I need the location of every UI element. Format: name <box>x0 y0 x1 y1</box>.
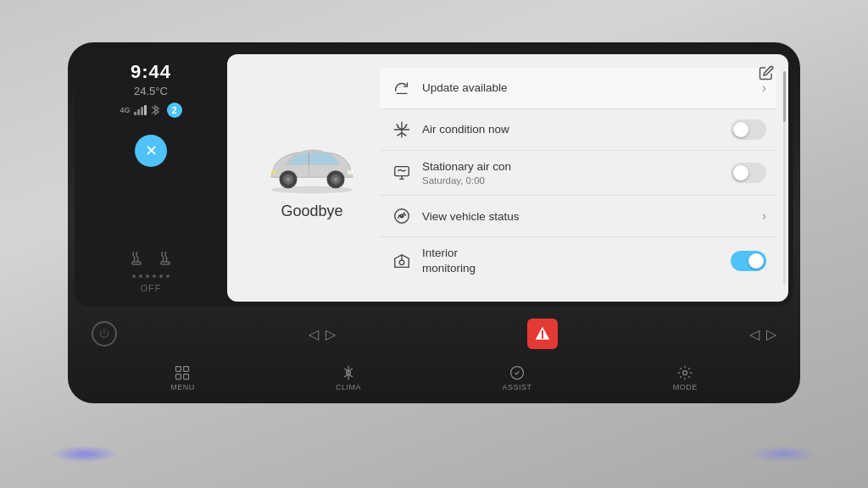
notification-badge: 2 <box>167 103 182 118</box>
svg-point-17 <box>399 260 404 265</box>
dots-row <box>132 274 170 278</box>
nav-mode-button[interactable]: MODE <box>673 364 698 391</box>
menu-nav-label: MENU <box>170 383 195 391</box>
nav-assist-button[interactable]: ASSIST <box>502 364 531 391</box>
main-panel: Goodbye <box>227 54 788 302</box>
car-interior: 9:44 24.5°C 4G <box>0 0 868 488</box>
screen-bezel: 9:44 24.5°C 4G <box>75 49 793 307</box>
status-row: 4G 2 <box>120 103 181 118</box>
assist-nav-icon <box>509 364 526 381</box>
sidebar-top: 9:44 24.5°C 4G <box>83 61 219 118</box>
volume-up-button[interactable]: ▷ <box>326 326 336 342</box>
edit-button[interactable] <box>754 61 778 85</box>
svg-rect-18 <box>176 367 181 372</box>
temp-display: 24.5°C <box>134 85 168 97</box>
pencil-icon <box>759 65 774 80</box>
clima-nav-label: CLIMA <box>336 383 361 391</box>
signal-bar-1 <box>134 112 136 115</box>
power-button[interactable] <box>92 321 117 347</box>
dot-3 <box>146 274 149 278</box>
stationary-air-toggle-switch[interactable] <box>731 163 766 183</box>
air-condition-label: Air condition now <box>422 122 724 137</box>
bottom-controls: ◁ ▷ ◁ ▷ <box>75 310 793 358</box>
menu-item-stationary-air[interactable]: Stationary air con Saturday, 0:00 <box>380 151 776 196</box>
stationary-air-icon <box>390 161 414 185</box>
bottom-nav: MENU CLIMA ASSIST <box>75 359 793 396</box>
sidebar: 9:44 24.5°C 4G <box>75 49 227 307</box>
network-badge: 4G <box>120 106 130 114</box>
svg-rect-10 <box>348 170 353 174</box>
dashboard-surround: 9:44 24.5°C 4G <box>68 42 800 403</box>
ambient-light-right <box>749 446 817 463</box>
update-label: Update available <box>422 80 755 96</box>
volume-down-button[interactable]: ◁ <box>309 326 319 342</box>
interior-monitoring-toggle-switch[interactable] <box>731 251 766 271</box>
interior-monitoring-icon <box>390 249 414 273</box>
signal-bar-2 <box>137 109 140 115</box>
menu-nav-icon <box>174 364 191 381</box>
signal-bar-4 <box>144 105 147 115</box>
volume-buttons: ◁ ▷ <box>309 326 336 342</box>
svg-rect-14 <box>395 167 409 176</box>
toggle-knob-2 <box>733 165 748 180</box>
ambient-light-left <box>51 446 119 463</box>
dot-2 <box>139 274 142 278</box>
dot-4 <box>153 274 156 278</box>
seat-icons-row <box>127 248 175 271</box>
svg-point-6 <box>286 177 290 181</box>
menu-item-air-condition[interactable]: Air condition now <box>380 109 776 151</box>
dot-1 <box>132 274 136 278</box>
svg-rect-21 <box>184 374 189 380</box>
svg-rect-20 <box>176 374 181 380</box>
stationary-air-sublabel: Saturday, 0:00 <box>422 175 724 187</box>
air-condition-icon <box>390 118 414 141</box>
svg-rect-1 <box>161 262 170 264</box>
air-condition-toggle-switch[interactable] <box>731 119 766 140</box>
close-button[interactable]: ✕ <box>135 135 167 167</box>
mode-nav-label: MODE <box>673 383 698 391</box>
stationary-air-label: Stationary air con Saturday, 0:00 <box>422 159 724 186</box>
svg-rect-19 <box>184 367 189 372</box>
stationary-air-toggle[interactable] <box>731 163 766 183</box>
svg-point-2 <box>271 186 353 193</box>
seat-heat-left-icon[interactable] <box>127 248 146 271</box>
svg-rect-11 <box>270 170 276 174</box>
car-image <box>253 136 371 196</box>
nav-menu-button[interactable]: MENU <box>170 364 195 391</box>
dot-6 <box>166 274 170 278</box>
interior-monitoring-label: Interiormonitoring <box>422 246 724 275</box>
svg-rect-0 <box>132 262 141 264</box>
nav-clima-button[interactable]: CLIMA <box>336 364 361 391</box>
hazard-button[interactable] <box>527 319 558 349</box>
signal-bars <box>134 105 147 115</box>
update-icon <box>390 76 414 100</box>
signal-bar-3 <box>141 107 143 115</box>
toggle-knob-3 <box>748 253 764 269</box>
power-icon <box>98 328 110 340</box>
svg-point-24 <box>683 371 687 375</box>
seat-heat-off-label: OFF <box>141 283 162 293</box>
menu-item-update[interactable]: Update available › <box>380 68 776 109</box>
menu-panel: Update available › <box>380 54 788 302</box>
goodbye-section: Goodbye <box>227 54 397 302</box>
assist-nav-label: ASSIST <box>502 383 531 391</box>
menu-item-vehicle-status[interactable]: View vehicle status › <box>380 196 776 237</box>
toggle-knob <box>733 122 748 137</box>
air-condition-toggle[interactable] <box>731 119 766 140</box>
close-icon: ✕ <box>145 141 158 160</box>
clima-nav-icon <box>340 364 357 381</box>
menu-item-interior-monitoring[interactable]: Interiormonitoring <box>380 237 776 284</box>
track-next-button[interactable]: ▷ <box>766 326 776 342</box>
chevron-icon-2: › <box>762 208 766 224</box>
interior-monitoring-toggle[interactable] <box>731 251 766 271</box>
track-prev-button[interactable]: ◁ <box>749 326 760 342</box>
seat-heat-section: OFF <box>127 248 175 293</box>
time-display: 9:44 <box>131 61 171 83</box>
vehicle-status-icon <box>390 204 414 228</box>
dot-5 <box>159 274 163 278</box>
bluetooth-icon <box>150 104 160 116</box>
vehicle-status-action: › <box>762 208 766 224</box>
menu-items: Update available › <box>380 61 788 285</box>
mode-nav-icon <box>676 364 693 381</box>
seat-heat-right-icon[interactable] <box>156 248 175 271</box>
